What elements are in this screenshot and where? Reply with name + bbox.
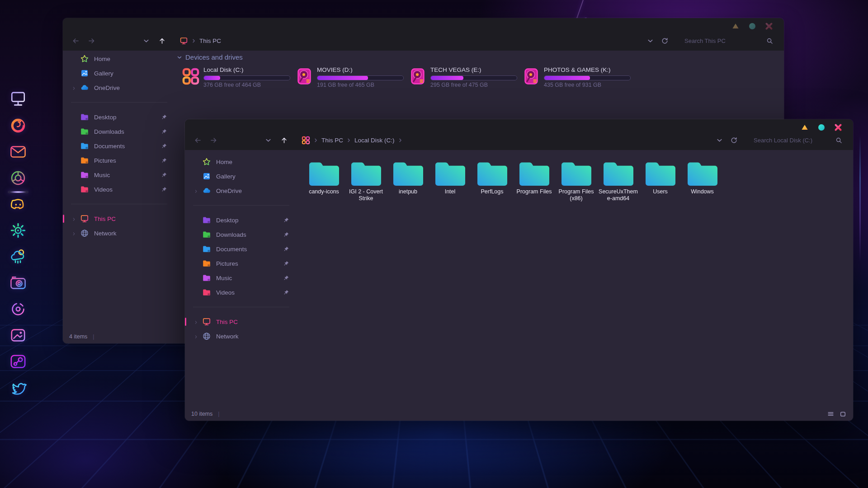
pin-icon[interactable] bbox=[283, 231, 289, 238]
sidebar-item-music[interactable]: Music bbox=[63, 168, 174, 182]
sidebar-item-downloads[interactable]: Downloads bbox=[185, 227, 296, 242]
sidebar-item-onedrive[interactable]: OneDrive bbox=[63, 80, 174, 95]
dock-item-settings[interactable] bbox=[8, 221, 28, 240]
dock-item-photos[interactable] bbox=[8, 325, 28, 345]
dock-item-chrome[interactable] bbox=[8, 168, 28, 188]
expander-chevron-icon[interactable] bbox=[193, 334, 198, 339]
sidebar-item-videos[interactable]: Videos bbox=[63, 182, 174, 197]
drive-capacity-bar bbox=[430, 75, 517, 80]
back-button[interactable] bbox=[70, 35, 81, 46]
breadcrumb-label[interactable]: This PC bbox=[199, 38, 221, 44]
pin-icon[interactable] bbox=[283, 217, 289, 223]
folder-windows[interactable]: Windows bbox=[681, 159, 723, 202]
folder-program-files[interactable]: Program Files bbox=[513, 159, 555, 202]
pin-icon[interactable] bbox=[283, 275, 289, 281]
dock-item-twitter[interactable] bbox=[8, 378, 28, 398]
dock-item-disc[interactable] bbox=[8, 299, 28, 319]
navigation-bar: This PC Search This PC bbox=[70, 33, 777, 49]
sidebar-item-pictures[interactable]: Pictures bbox=[185, 256, 296, 271]
search-input[interactable]: Search This PC bbox=[678, 38, 777, 44]
pin-icon[interactable] bbox=[283, 289, 289, 296]
folder-users[interactable]: Users bbox=[639, 159, 681, 202]
expander-chevron-icon[interactable] bbox=[193, 319, 198, 324]
sidebar-item-this-pc[interactable]: This PC bbox=[185, 314, 296, 329]
pin-icon[interactable] bbox=[161, 128, 167, 135]
folder-candy-icons[interactable]: candy-icons bbox=[303, 159, 345, 202]
sidebar-item-network[interactable]: Network bbox=[63, 226, 174, 240]
dock-app-icon bbox=[8, 168, 28, 188]
section-header[interactable]: Devices and drives bbox=[176, 53, 784, 61]
sidebar-item-home[interactable]: Home bbox=[185, 155, 296, 169]
sidebar-item-documents[interactable]: Documents bbox=[185, 242, 296, 256]
dock-item-camera[interactable] bbox=[8, 273, 28, 293]
up-button[interactable] bbox=[278, 135, 289, 145]
sidebar-item-music[interactable]: Music bbox=[185, 271, 296, 285]
search-input[interactable]: Search Local Disk (C:) bbox=[747, 137, 846, 144]
sidebar-item-documents[interactable]: Documents bbox=[63, 139, 174, 153]
dock-item-steam[interactable] bbox=[8, 352, 28, 371]
expander-chevron-icon[interactable] bbox=[71, 231, 76, 236]
caption-button-max[interactable] bbox=[747, 21, 757, 31]
sidebar-item-pictures[interactable]: Pictures bbox=[63, 153, 174, 168]
dock-item-mail[interactable] bbox=[8, 142, 28, 162]
breadcrumb-label[interactable]: This PC bbox=[321, 137, 343, 144]
forward-button[interactable] bbox=[208, 135, 219, 145]
expander-chevron-icon[interactable] bbox=[71, 216, 76, 221]
caption-button-close[interactable] bbox=[764, 21, 774, 31]
folder-icon bbox=[349, 159, 383, 187]
drive-photos-games-k[interactable]: PHOTOS & GAMES (K:) 435 GB free of 931 G… bbox=[522, 66, 636, 88]
pin-icon[interactable] bbox=[283, 260, 289, 267]
refresh-button[interactable] bbox=[728, 135, 739, 145]
recent-locations-button[interactable] bbox=[141, 35, 151, 46]
folder-inetpub[interactable]: inetpub bbox=[387, 159, 429, 202]
sidebar-item-onedrive[interactable]: OneDrive bbox=[185, 183, 296, 198]
sidebar-item-desktop[interactable]: Desktop bbox=[63, 110, 174, 124]
folder-icon bbox=[517, 159, 552, 187]
forward-button[interactable] bbox=[86, 35, 97, 46]
folder-program-files-x86[interactable]: Program Files (x86) bbox=[555, 159, 597, 202]
sidebar-item-videos[interactable]: Videos bbox=[185, 285, 296, 300]
pin-icon[interactable] bbox=[161, 157, 167, 164]
caption-button-min[interactable] bbox=[800, 122, 810, 132]
drive-local-disk-c[interactable]: Local Disk (C:) 376 GB free of 464 GB bbox=[182, 66, 295, 88]
large-icons-view-button[interactable] bbox=[839, 410, 847, 418]
dock-item-firefox[interactable] bbox=[8, 116, 28, 136]
recent-locations-button[interactable] bbox=[263, 135, 274, 145]
folder-igi-2-covert-strike[interactable]: IGI 2 - Covert Strike bbox=[345, 159, 387, 202]
expander-chevron-icon[interactable] bbox=[71, 85, 76, 90]
dock-item-discord[interactable] bbox=[8, 194, 28, 214]
folder-secureuxtheme-amd64[interactable]: SecureUxTheme-amd64 bbox=[597, 159, 639, 202]
refresh-button[interactable] bbox=[659, 35, 670, 46]
caption-button-min[interactable] bbox=[731, 21, 741, 31]
sidebar-item-downloads[interactable]: Downloads bbox=[63, 124, 174, 139]
sidebar-item-home[interactable]: Home bbox=[63, 52, 174, 66]
sidebar-item-network[interactable]: Network bbox=[185, 329, 296, 343]
details-view-button[interactable] bbox=[827, 410, 835, 418]
folder-icon bbox=[433, 159, 467, 187]
folder-intel[interactable]: Intel bbox=[429, 159, 471, 202]
pin-icon[interactable] bbox=[161, 114, 167, 120]
chevron-down-icon[interactable] bbox=[645, 35, 656, 46]
sidebar-item-this-pc[interactable]: This PC bbox=[63, 211, 174, 226]
dock-item-weather[interactable] bbox=[8, 247, 28, 267]
sidebar-item-gallery[interactable]: Gallery bbox=[185, 169, 296, 183]
sidebar-item-desktop[interactable]: Desktop bbox=[185, 213, 296, 227]
pin-icon[interactable] bbox=[161, 172, 167, 178]
drive-movies-d[interactable]: MOVIES (D:) 191 GB free of 465 GB bbox=[295, 66, 409, 88]
breadcrumb-label[interactable]: Local Disk (C:) bbox=[354, 137, 395, 144]
caption-button-close[interactable] bbox=[833, 122, 843, 132]
caption-button-max[interactable] bbox=[816, 122, 826, 132]
folder-label: candy-icons bbox=[303, 188, 345, 195]
back-button[interactable] bbox=[192, 135, 203, 145]
sidebar-item-gallery[interactable]: Gallery bbox=[63, 66, 174, 80]
expander-chevron-icon[interactable] bbox=[193, 188, 198, 193]
pin-icon[interactable] bbox=[161, 143, 167, 149]
chevron-down-icon[interactable] bbox=[714, 135, 725, 145]
dock-item-this-pc[interactable] bbox=[8, 89, 28, 109]
pin-icon[interactable] bbox=[283, 246, 289, 252]
folder-perflogs[interactable]: PerfLogs bbox=[471, 159, 513, 202]
drive-tech-vegas-e[interactable]: TECH VEGAS (E:) 295 GB free of 475 GB bbox=[409, 66, 522, 88]
up-button[interactable] bbox=[156, 35, 167, 46]
pin-icon[interactable] bbox=[161, 186, 167, 192]
chevron-right-icon[interactable] bbox=[397, 137, 403, 143]
